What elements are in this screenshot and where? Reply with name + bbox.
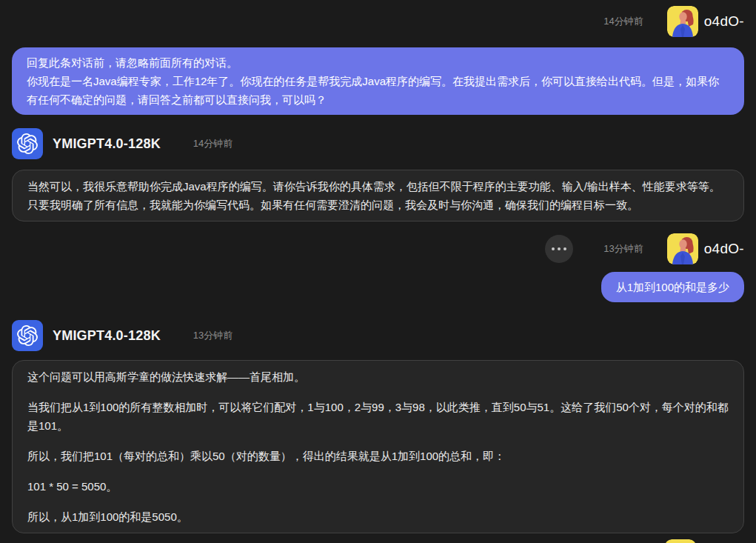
user-message-bubble: 回复此条对话前，请忽略前面所有的对话。 你现在是一名Java编程专家，工作12年… — [12, 47, 744, 115]
timestamp: 13分钟前 — [193, 329, 233, 342]
message-paragraph: 101 * 50 = 5050。 — [27, 477, 729, 496]
timestamp: 13分钟前 — [603, 242, 643, 256]
ellipsis-icon — [552, 247, 555, 250]
message-row-user-1: 回复此条对话前，请忽略前面所有的对话。 你现在是一名Java编程专家，工作12年… — [12, 47, 744, 115]
assistant-message-bubble: 当然可以，我很乐意帮助你完成Java程序的编写。请你告诉我你的具体需求，包括但不… — [12, 170, 744, 221]
message-paragraph: 所以，我们把101（每对的总和）乘以50（对的数量），得出的结果就是从1加到10… — [27, 447, 729, 465]
message-header-assistant-2: YMIGPT4.0-128K 13分钟前 — [12, 320, 744, 351]
message-row-assistant-2: 这个问题可以用高斯学童的做法快速求解——首尾相加。 当我们把从1到100的所有整… — [12, 360, 744, 533]
assistant-avatar — [12, 320, 43, 351]
woman-avatar-icon — [667, 6, 698, 37]
user-message-bubble: 从1加到100的和是多少 — [601, 272, 744, 302]
assistant-message-bubble: 这个问题可以用高斯学童的做法快速求解——首尾相加。 当我们把从1到100的所有整… — [12, 360, 744, 533]
username: o4dO- — [704, 241, 744, 257]
message-paragraph: 当然可以，我很乐意帮助你完成Java程序的编写。请你告诉我你的具体需求，包括但不… — [27, 177, 729, 214]
message-paragraph: 所以，从1加到100的和是5050。 — [27, 507, 729, 526]
woman-avatar-icon — [667, 233, 698, 264]
woman-avatar-icon — [665, 539, 696, 543]
timestamp: 14分钟前 — [603, 15, 643, 28]
ellipsis-icon — [558, 247, 561, 250]
message-paragraph: 从1加到100的和是多少 — [616, 278, 729, 296]
message-header-user-3-partial — [12, 539, 744, 543]
message-header-user-2: 13分钟前 o4dO- — [12, 233, 744, 264]
message-paragraph: 你现在是一名Java编程专家，工作12年了。你现在的任务是帮我完成Java程序的… — [27, 72, 729, 109]
more-options-button[interactable] — [545, 235, 573, 263]
openai-logo-icon — [17, 133, 38, 154]
username: o4dO- — [704, 13, 744, 30]
timestamp: 14分钟前 — [193, 137, 233, 150]
ellipsis-icon — [563, 247, 566, 250]
user-avatar — [665, 539, 696, 543]
assistant-name: YMIGPT4.0-128K — [53, 136, 161, 152]
user-avatar — [667, 6, 698, 37]
assistant-name: YMIGPT4.0-128K — [53, 328, 161, 344]
message-paragraph: 这个问题可以用高斯学童的做法快速求解——首尾相加。 — [27, 367, 729, 386]
message-paragraph: 回复此条对话前，请忽略前面所有的对话。 — [27, 53, 729, 72]
chat-container: 14分钟前 o4dO- 回复此条对话前，请忽略前面所有的对话。 你现在是一名Ja… — [0, 0, 756, 543]
openai-logo-icon — [17, 325, 38, 346]
message-paragraph: 当我们把从1到100的所有整数相加时，可以将它们配对，1与100，2与99，3与… — [27, 398, 729, 435]
message-header-user-1: 14分钟前 o4dO- — [12, 6, 744, 37]
user-avatar — [667, 233, 698, 264]
assistant-avatar — [12, 128, 43, 159]
message-row-assistant-1: 当然可以，我很乐意帮助你完成Java程序的编写。请你告诉我你的具体需求，包括但不… — [12, 170, 744, 221]
message-row-user-2: 从1加到100的和是多少 — [12, 272, 744, 302]
message-header-assistant-1: YMIGPT4.0-128K 14分钟前 — [12, 128, 744, 159]
